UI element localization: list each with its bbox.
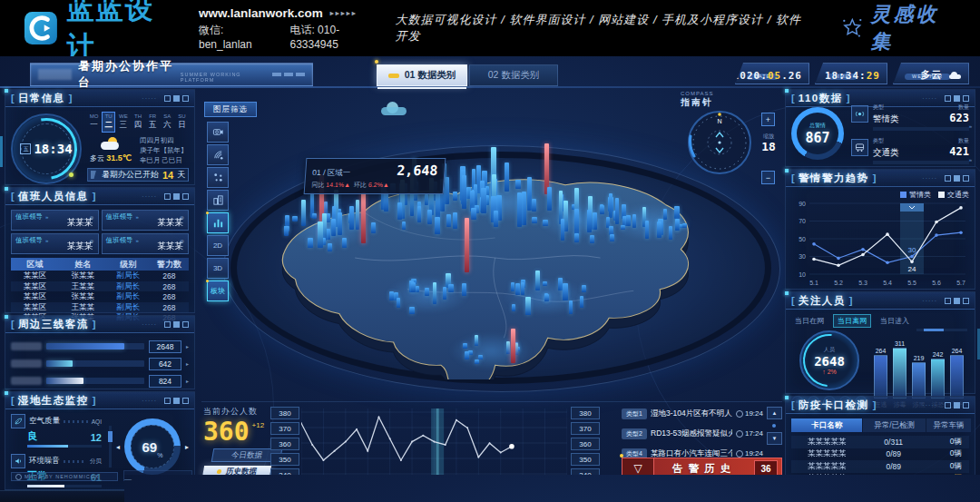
checkpoint-row[interactable]: 某某某某某0/890辆 bbox=[791, 460, 969, 473]
incident-bar: » bbox=[873, 161, 969, 164]
tab-data-category-1[interactable]: 01 数据类别 bbox=[377, 64, 467, 86]
week-day-en: SA bbox=[162, 113, 173, 119]
focus-tab[interactable]: 当日离网 bbox=[833, 314, 871, 328]
table-cell: 某某区 bbox=[11, 271, 59, 281]
layer-button-scatter[interactable] bbox=[207, 167, 229, 188]
svg-text:90: 90 bbox=[799, 201, 806, 207]
duty-role-label: 值班领导 bbox=[106, 236, 133, 245]
compass-dial[interactable]: N bbox=[686, 109, 753, 176]
scroll-down-button[interactable]: ▼ bbox=[767, 432, 782, 445]
layer-button-3D[interactable]: 3D bbox=[207, 258, 229, 279]
alert-row[interactable]: 类型2RD13-53烟感报警疑似火灾17:24 bbox=[622, 427, 763, 440]
zoom-in-button[interactable]: + bbox=[761, 113, 775, 126]
tab-pill-icon bbox=[388, 74, 399, 78]
focus-tab[interactable]: 当日在网 bbox=[791, 315, 828, 327]
legend-item[interactable]: 交通类 bbox=[938, 190, 969, 200]
air-quality-metric: 空气质量 AQI 良12 bbox=[11, 414, 102, 448]
alert-row[interactable]: 类型1湿地3-104片区有不明人员闯入19:24 bbox=[622, 407, 763, 420]
collect-badge[interactable]: 灵感收集 bbox=[841, 1, 956, 55]
checkpoint-header-0[interactable]: 卡口名称 bbox=[791, 418, 862, 432]
checkpoint-row[interactable]: 某某某某某0/890辆 bbox=[791, 448, 969, 461]
scroll-up-button[interactable]: ▲ bbox=[767, 407, 782, 419]
window-controls-icon[interactable] bbox=[945, 175, 969, 182]
alert-text: RD13-53烟感报警疑似火灾 bbox=[651, 428, 732, 439]
scatter-icon bbox=[212, 172, 224, 183]
flow-bar-fill bbox=[46, 343, 124, 349]
y-tick-box: 380 bbox=[571, 407, 600, 419]
checkpoint-name: 某某某某某 bbox=[791, 437, 862, 448]
week-cell[interactable]: FR五 bbox=[146, 112, 160, 133]
table-row[interactable]: 某某区王某某副局长268 bbox=[11, 281, 189, 292]
table-row[interactable]: 某某区张某某副局长268 bbox=[11, 291, 189, 302]
layer-button-building[interactable] bbox=[207, 190, 229, 211]
logo-icon bbox=[24, 10, 58, 46]
y-tick-box: 350 bbox=[571, 453, 600, 466]
window-controls-icon[interactable] bbox=[945, 402, 969, 408]
collect-label: 灵感收集 bbox=[870, 1, 956, 55]
gauge-slider[interactable] bbox=[109, 426, 112, 468]
alert-text: 湿地3-104片区有不明人员闯入 bbox=[651, 408, 732, 419]
panel-wetland-eco: [湿地生态监控] ····· 空气质量 AQI 良12 bbox=[5, 391, 195, 490]
noise-icon bbox=[11, 454, 25, 468]
credit-strip: MADE BY NEHOMMICOK bbox=[11, 472, 118, 481]
chevron-right-icon: » bbox=[136, 214, 139, 220]
layer-button-2D[interactable]: 2D bbox=[207, 235, 229, 256]
checkpoint-row[interactable]: 某某某某某0/3110辆 bbox=[791, 436, 969, 448]
week-day-en: SU bbox=[176, 113, 188, 119]
window-controls-icon[interactable] bbox=[164, 398, 189, 404]
layer-button-bars[interactable] bbox=[207, 212, 229, 233]
alert-time-value: 19:24 bbox=[745, 449, 763, 458]
window-controls-icon[interactable] bbox=[164, 193, 189, 200]
week-cell[interactable]: SA六 bbox=[161, 112, 174, 133]
window-controls-icon[interactable] bbox=[164, 95, 189, 102]
table-row[interactable]: 某某区王某某副局长268 bbox=[11, 302, 189, 313]
gauge-right-arrow-icon[interactable]: ▸ bbox=[185, 443, 189, 451]
focus-gauge: 人员 2648 ↑ 2% bbox=[799, 330, 859, 390]
checkpoint-header-1[interactable]: 异常/已检测 bbox=[863, 418, 926, 432]
layer-button-板块[interactable]: 板块 bbox=[207, 281, 229, 301]
map-tooltip: 01 / 区域一 2,648 同比 14.1%▲ 环比 6.2%▲ bbox=[304, 158, 446, 194]
zoom-out-button[interactable]: − bbox=[761, 171, 775, 184]
date-module: DATE 2020.05.26 bbox=[735, 63, 809, 84]
chevron-right-icon: » bbox=[969, 123, 972, 129]
duty-card[interactable]: 值班领导»‥ ⊗某某某 bbox=[102, 210, 190, 231]
week-day-en: TU bbox=[103, 113, 114, 119]
promo-banner: 蓝蓝设计 www.lanlanwork.com ▸▸▸▸▸ 微信: ben_la… bbox=[0, 0, 980, 56]
column-header: 姓名 bbox=[59, 259, 107, 271]
week-cell[interactable]: MO一 bbox=[87, 112, 101, 133]
checkpoint-header-2[interactable]: 异常车辆 bbox=[926, 418, 971, 432]
alert-indicator-dot bbox=[620, 454, 623, 458]
week-cell[interactable]: TU二 bbox=[102, 112, 115, 133]
column-header: 警力数 bbox=[150, 259, 189, 271]
table-row[interactable]: 某某区张某某副局长268 bbox=[11, 271, 189, 281]
type-caption: 类型 bbox=[873, 137, 884, 145]
window-controls-icon[interactable] bbox=[164, 321, 189, 328]
website-url[interactable]: www.lanlanwork.com bbox=[199, 6, 323, 20]
week-cell[interactable]: WE三 bbox=[116, 112, 130, 133]
duty-card[interactable]: 值班领导»‥ ⊗某某某 bbox=[102, 233, 190, 254]
flow-bar-row: 642▸ bbox=[11, 355, 189, 372]
window-controls-icon[interactable] bbox=[945, 298, 969, 304]
focus-tab[interactable]: 当日进入 bbox=[877, 315, 913, 327]
layer-button-signal[interactable] bbox=[207, 144, 229, 165]
table-cell: 副局长 bbox=[107, 302, 150, 313]
window-controls-icon[interactable] bbox=[945, 95, 969, 102]
week-day-cn: 五 bbox=[147, 120, 159, 131]
layer-button-camera[interactable] bbox=[207, 122, 229, 143]
week-cell[interactable]: TH四 bbox=[131, 112, 144, 133]
legend-item[interactable]: 警情类 bbox=[900, 190, 931, 200]
arrow-decor-icon: ▸▸▸▸▸ bbox=[330, 9, 358, 17]
phone-contact: 电话: 010-63334945 bbox=[289, 23, 382, 51]
svg-text:5.1: 5.1 bbox=[809, 280, 818, 286]
leaf-icon bbox=[11, 414, 25, 428]
chart-scrollbar[interactable] bbox=[916, 329, 967, 331]
bars-icon bbox=[212, 217, 224, 229]
week-cell[interactable]: SU日 bbox=[175, 112, 189, 133]
table-cell: 副局长 bbox=[107, 271, 150, 281]
gauge-left-arrow-icon[interactable]: ◂ bbox=[116, 443, 120, 451]
y-tick-box: 380 bbox=[270, 407, 299, 419]
duty-card[interactable]: 值班领导»‥ ⊗某某某 bbox=[11, 233, 99, 254]
tab-data-category-2[interactable]: 02 数据类别 bbox=[469, 64, 558, 86]
duty-card[interactable]: 值班领导»‥ ⊗某某某 bbox=[11, 210, 99, 231]
chevron-right-icon: » bbox=[136, 238, 139, 243]
